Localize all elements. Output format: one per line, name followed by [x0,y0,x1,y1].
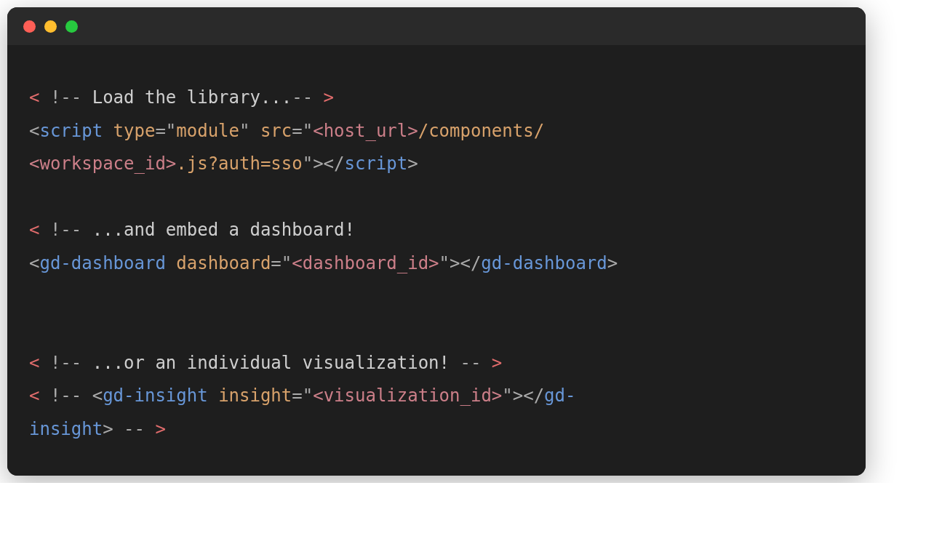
code-line-5: < !-- ...and embed a dashboard! [29,214,844,247]
code-line-2: <script type="module" src="<host_url>/co… [29,115,844,148]
code-line-blank-2 [29,281,844,314]
maximize-button[interactable] [65,20,78,33]
code-line-blank-1 [29,181,844,215]
window-titlebar [7,7,866,45]
code-line-3: <workspace_id>.js?auth=sso"></script> [29,148,844,181]
close-button[interactable] [23,20,36,33]
code-line-6: <gd-dashboard dashboard="<dashboard_id>"… [29,247,844,281]
code-line-11: insight> -- > [29,413,844,447]
minimize-button[interactable] [44,20,57,33]
code-line-1: < !-- Load the library...-- > [29,81,844,115]
code-line-10: < !-- <gd-insight insight="<visualizatio… [29,380,844,413]
code-line-9: < !-- ...or an individual visualization!… [29,347,844,380]
code-window: < !-- Load the library...-- ><script typ… [7,7,866,476]
code-line-blank-3 [29,313,844,347]
code-content: < !-- Load the library...-- ><script typ… [7,45,866,476]
